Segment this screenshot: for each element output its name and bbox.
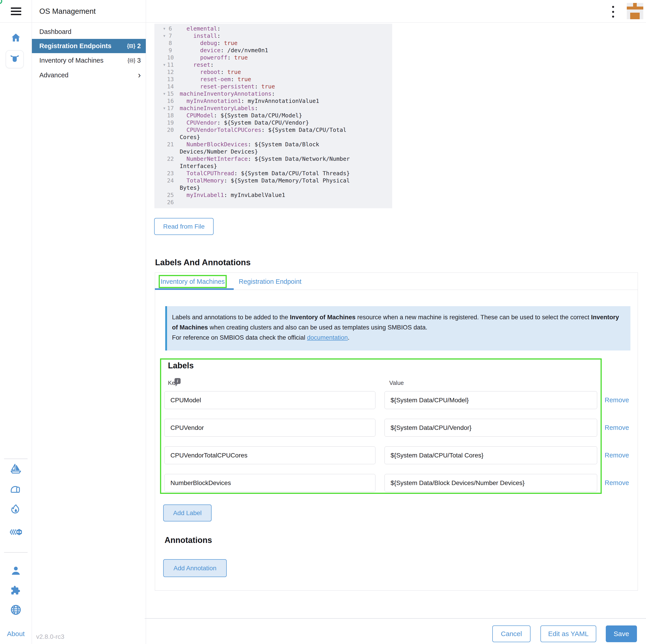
label-value-input[interactable] xyxy=(385,391,597,409)
code-line-text: myInvLabel1: myInvLabelValue1 xyxy=(180,191,355,199)
code-line: ▼7 install: xyxy=(154,32,392,39)
fold-toggle-icon[interactable]: ▼ xyxy=(162,25,167,32)
code-line-text: NumberBlockDevices: ${System Data/Block … xyxy=(180,141,355,155)
info-banner: Labels and annotations to be added to th… xyxy=(165,306,630,351)
labels-heading: Labels xyxy=(168,361,194,370)
section-title: Labels And Annotations xyxy=(155,258,251,267)
code-line-text: CPUVendor: ${System Data/CPU/Vendor} xyxy=(180,119,355,126)
info-tooltip-icon[interactable]: i xyxy=(175,378,181,384)
code-line-text: NumberNetInterface: ${System Data/Networ… xyxy=(180,155,355,170)
line-number: 20 xyxy=(154,126,172,133)
read-from-file-button[interactable]: Read from File xyxy=(154,218,214,235)
braces-count-icon: {⊟} xyxy=(127,43,135,49)
code-line-text: machineInventoryAnnotations: xyxy=(180,90,355,97)
line-number: 21 xyxy=(154,141,172,148)
about-link[interactable]: About xyxy=(0,630,32,638)
product-logo xyxy=(627,3,643,19)
code-line-text: reset-oem: true xyxy=(180,76,355,83)
footer-divider xyxy=(145,618,646,619)
code-line-text: reset: xyxy=(180,61,355,69)
tab-registration-endpoint[interactable]: Registration Endpoint xyxy=(235,275,305,288)
code-line-text: TotalCPUThread: ${System Data/CPU/Total … xyxy=(180,170,355,177)
save-button[interactable]: Save xyxy=(606,626,637,642)
sidebar-divider xyxy=(146,0,146,644)
code-line-text: myInvAnnotation1: myInvAnnotationValue1 xyxy=(180,97,355,105)
line-number: 26 xyxy=(154,199,172,206)
remove-label-link[interactable]: Remove xyxy=(605,451,629,459)
code-line-text: TotalMemory: ${System Data/Memory/Total … xyxy=(180,177,355,191)
line-number: 12 xyxy=(154,69,172,76)
code-line: 9 device: /dev/nvme0n1 xyxy=(154,47,392,54)
cancel-button[interactable]: Cancel xyxy=(492,626,531,642)
sidebar-item-dashboard[interactable]: Dashboard xyxy=(32,24,146,39)
code-line: 19 CPUVendor: ${System Data/CPU/Vendor} xyxy=(154,119,392,126)
banner-paragraph: Labels and annotations to be added to th… xyxy=(172,312,624,333)
add-annotation-button[interactable]: Add Annotation xyxy=(163,559,227,577)
documentation-link[interactable]: documentation xyxy=(307,334,348,341)
line-number: 25 xyxy=(154,191,172,199)
yaml-code-editor[interactable]: ' ▼6 elemental:▼7 install:8 debug: true9… xyxy=(154,24,392,208)
label-value-input[interactable] xyxy=(385,474,597,492)
code-line-text: CPUVendorTotalCPUCores: ${System Data/CP… xyxy=(180,126,355,141)
label-value-input[interactable] xyxy=(385,446,597,464)
code-line-text: machineInventoryLabels: xyxy=(180,105,355,112)
code-line: 16 myInvAnnotation1: myInvAnnotationValu… xyxy=(154,97,392,105)
code-line: 26 xyxy=(154,199,392,206)
banner-paragraph: For reference on SMBIOS data check the o… xyxy=(172,333,624,343)
user-icon[interactable] xyxy=(0,565,32,577)
code-line: 13 reset-oem: true xyxy=(154,76,392,83)
wheat-icon[interactable] xyxy=(0,526,32,538)
globe-icon[interactable] xyxy=(0,604,32,616)
code-line-text: device: /dev/nvme0n1 xyxy=(180,47,355,54)
fold-toggle-icon[interactable]: ▼ xyxy=(162,90,167,97)
elemental-app-tile[interactable] xyxy=(6,50,24,68)
line-number: 19 xyxy=(154,119,172,126)
code-line: 22 NumberNetInterface: ${System Data/Net… xyxy=(154,155,392,170)
resource-count-badge: {⊟}2 xyxy=(127,42,141,50)
line-number: 16 xyxy=(154,97,172,105)
code-line: 23 TotalCPUThread: ${System Data/CPU/Tot… xyxy=(154,170,392,177)
fold-toggle-icon[interactable]: ▼ xyxy=(162,61,167,69)
puzzle-icon[interactable] xyxy=(0,584,32,596)
code-line: 8 debug: true xyxy=(154,39,392,47)
resource-count-badge: {⊟}3 xyxy=(127,57,141,64)
code-line-text: elemental: xyxy=(180,25,355,32)
remove-label-link[interactable]: Remove xyxy=(605,396,629,404)
label-row xyxy=(0,391,646,409)
home-icon[interactable] xyxy=(0,32,32,43)
version-label: v2.8.0-rc3 xyxy=(36,633,65,640)
label-row xyxy=(0,419,646,437)
code-line: 10 poweroff: true xyxy=(154,54,392,61)
sailboat-icon[interactable] xyxy=(0,463,32,475)
line-number: 24 xyxy=(154,177,172,184)
hamburger-menu-icon[interactable] xyxy=(11,7,21,15)
code-line-text: CPUModel: ${System Data/CPU/Model} xyxy=(180,112,355,119)
annotations-heading: Annotations xyxy=(165,536,212,545)
fold-toggle-icon[interactable]: ▼ xyxy=(162,105,167,112)
label-key-input[interactable] xyxy=(164,419,375,437)
label-row xyxy=(0,474,646,492)
flame-icon[interactable] xyxy=(0,503,32,516)
label-key-input[interactable] xyxy=(164,446,375,464)
active-tab-underline xyxy=(155,288,234,290)
sidebar-item-registration-endpoints[interactable]: Registration Endpoints {⊟}2 xyxy=(32,39,146,53)
label-key-input[interactable] xyxy=(164,474,375,492)
code-line-text: reboot: true xyxy=(180,69,355,76)
sidebar-item-inventory-of-machines[interactable]: Inventory of Machines {⊟}3 xyxy=(32,53,146,68)
add-label-button[interactable]: Add Label xyxy=(163,504,212,522)
remove-label-link[interactable]: Remove xyxy=(605,479,629,487)
label-value-input[interactable] xyxy=(385,419,597,437)
code-line: 18 CPUModel: ${System Data/CPU/Model} xyxy=(154,112,392,119)
edit-as-yaml-button[interactable]: Edit as YAML xyxy=(540,626,596,642)
remove-label-link[interactable]: Remove xyxy=(605,424,629,432)
fold-toggle-icon[interactable]: ▼ xyxy=(162,32,167,39)
kebab-menu-icon[interactable] xyxy=(611,6,615,18)
value-column-header: Value xyxy=(389,379,404,386)
label-key-input[interactable] xyxy=(164,391,375,409)
sidebar-item-advanced[interactable]: Advanced › xyxy=(32,68,146,82)
code-line: 21 NumberBlockDevices: ${System Data/Blo… xyxy=(154,141,392,155)
code-line-text: debug: true xyxy=(180,39,355,47)
code-line: 14 reset-persistent: true xyxy=(154,83,392,90)
braces-count-icon: {⊟} xyxy=(127,58,135,64)
line-number: 13 xyxy=(154,76,172,83)
